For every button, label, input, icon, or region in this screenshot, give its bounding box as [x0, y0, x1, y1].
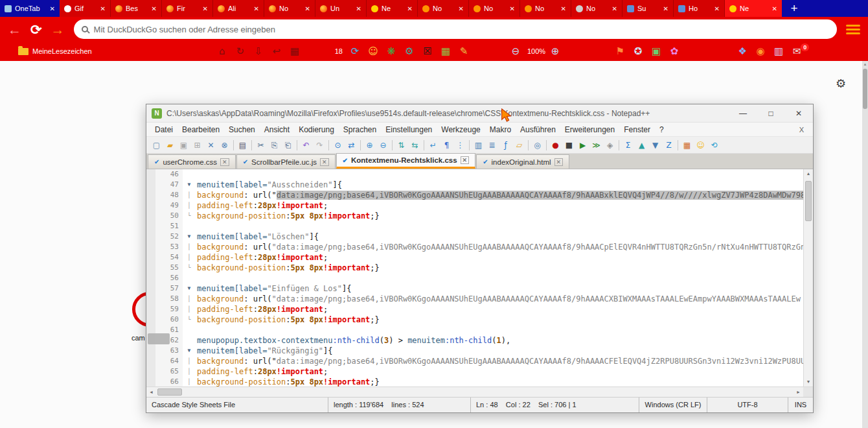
browser-scrollbar[interactable]: ▲: [862, 61, 868, 428]
download-icon[interactable]: ⇩: [251, 42, 266, 60]
document-list-icon[interactable]: ≣: [485, 139, 499, 152]
grid-icon[interactable]: ▦: [288, 42, 302, 60]
play-macro-icon[interactable]: ▶: [576, 139, 589, 152]
pin-icon[interactable]: ❖: [735, 42, 749, 60]
npp-tab[interactable]: ✔Kontextmenu-Rechtsklick.css✕: [336, 153, 476, 169]
folder-as-workspace-icon[interactable]: ▱: [512, 139, 526, 152]
show-all-characters-icon[interactable]: ¶: [440, 139, 453, 152]
tab-close-icon[interactable]: ✕: [220, 158, 229, 166]
rss-icon[interactable]: ◉: [753, 42, 768, 60]
close-all-icon[interactable]: ⊗: [218, 139, 231, 152]
scroll-right-arrow[interactable]: ►: [794, 387, 803, 397]
zoom-out-icon[interactable]: ⊖: [508, 42, 523, 60]
browser-tab[interactable]: No✕: [264, 0, 315, 17]
run-macro-multiple-icon[interactable]: ≫: [589, 139, 603, 152]
scroll-left-arrow[interactable]: ◄: [146, 387, 156, 397]
plugin-grid-icon[interactable]: ▦: [680, 139, 694, 152]
zoom-in-icon[interactable]: ⊕: [548, 42, 562, 60]
settings-gear-icon[interactable]: ⚙: [836, 77, 846, 90]
menu-help[interactable]: ?: [655, 125, 668, 134]
code-area[interactable]: menuitem[label="Ausschneiden"]{backgroun…: [196, 169, 803, 386]
tab-close-icon[interactable]: ✕: [772, 5, 777, 12]
plugin-refresh-icon[interactable]: ⟲: [707, 139, 721, 152]
npp-tab[interactable]: ✔userChrome.css✕: [148, 154, 236, 169]
menu-fenster[interactable]: Fenster: [619, 125, 655, 134]
tab-close-icon[interactable]: ✕: [461, 156, 470, 164]
fold-marker[interactable]: ▼: [183, 283, 196, 294]
maximize-button[interactable]: □: [759, 109, 782, 118]
undo-icon[interactable]: ↩: [269, 42, 284, 60]
notes-icon[interactable]: ✎: [457, 42, 471, 60]
menu-ausführen[interactable]: Ausführen: [516, 125, 560, 134]
palette-icon[interactable]: ✿: [667, 42, 681, 60]
menu-makro[interactable]: Makro: [485, 125, 516, 134]
sync-icon[interactable]: ⟳: [348, 42, 362, 60]
browser-tab[interactable]: No✕: [418, 0, 469, 17]
browser-tab[interactable]: Ali✕: [213, 0, 264, 17]
id-badge-icon[interactable]: ▥: [771, 42, 786, 60]
npp-tab[interactable]: ✔indexOriginal.html✕: [476, 154, 569, 169]
browser-tab[interactable]: No✕: [520, 0, 571, 17]
npp-titlebar[interactable]: N C:\Users\askas\AppData\Roaming\Mozilla…: [146, 104, 813, 123]
stop-macro-icon[interactable]: ■: [562, 139, 576, 152]
tab-close-icon[interactable]: ✕: [152, 5, 157, 12]
menu-sprachen[interactable]: Sprachen: [339, 125, 381, 134]
minimize-button[interactable]: —: [731, 109, 755, 118]
tab-close-icon[interactable]: ✕: [612, 5, 617, 12]
scroll-up-arrow[interactable]: ▲: [862, 61, 868, 66]
copy-icon[interactable]: ⎘: [268, 139, 281, 152]
close-document-icon[interactable]: ✕: [204, 139, 218, 152]
indent-guide-icon[interactable]: ⋮: [453, 139, 467, 152]
fold-marker[interactable]: ▼: [183, 180, 196, 190]
tab-close-icon[interactable]: ✕: [100, 5, 106, 12]
scroll-down-arrow[interactable]: ▼: [804, 377, 813, 386]
tab-close-icon[interactable]: ✕: [320, 158, 329, 166]
flag-icon[interactable]: ⚑: [613, 42, 627, 60]
scrollbar-thumb[interactable]: [863, 69, 867, 109]
menu-button[interactable]: [846, 25, 860, 34]
scrollbar-thumb[interactable]: [805, 181, 812, 221]
save-page-icon[interactable]: ▣: [649, 42, 663, 60]
tab-close-icon[interactable]: ✕: [356, 5, 361, 12]
browser-tab[interactable]: No✕: [469, 0, 520, 17]
redo-icon[interactable]: ↷: [313, 139, 326, 152]
save-macro-icon[interactable]: ◈: [603, 139, 617, 152]
bookmarks-folder-icon[interactable]: [18, 48, 29, 55]
print-icon[interactable]: ▤: [236, 139, 249, 152]
plugin-triangle-up-icon[interactable]: ▲: [635, 139, 648, 152]
tab-close-icon[interactable]: ✕: [561, 5, 566, 12]
menu-suchen[interactable]: Suchen: [224, 125, 260, 134]
replace-icon[interactable]: ⇄: [345, 139, 358, 152]
url-input[interactable]: [94, 25, 829, 34]
save-icon[interactable]: ▣: [177, 139, 190, 152]
fold-marker[interactable]: ▼: [183, 346, 196, 356]
open-file-icon[interactable]: ▰: [163, 139, 177, 152]
tab-close-icon[interactable]: ✕: [510, 5, 515, 12]
menu-ansicht[interactable]: Ansicht: [260, 125, 294, 134]
zoom-in-icon[interactable]: ⊕: [363, 139, 376, 152]
tab-close-icon[interactable]: ✕: [254, 5, 259, 12]
browser-tab[interactable]: Gif✕: [60, 0, 111, 17]
home-icon[interactable]: ⌂: [215, 42, 229, 60]
find-icon[interactable]: ⊙: [331, 139, 345, 152]
url-bar[interactable]: [74, 19, 837, 39]
tree-icon[interactable]: ❋: [384, 42, 398, 60]
browser-tab[interactable]: No✕: [571, 0, 622, 17]
word-wrap-icon[interactable]: ↵: [426, 139, 440, 152]
browser-tab[interactable]: Ho✕: [674, 0, 725, 17]
close-box-icon[interactable]: ☒: [420, 42, 435, 60]
scroll-up-arrow[interactable]: ▲: [804, 169, 813, 178]
browser-tab[interactable]: Fir✕: [162, 0, 213, 17]
editor[interactable]: 4647484950515253545556575859606162636465…: [146, 169, 813, 386]
menu-werkzeuge[interactable]: Werkzeuge: [437, 125, 485, 134]
tab-close-icon[interactable]: ✕: [203, 5, 208, 12]
cut-icon[interactable]: ✂: [254, 139, 268, 152]
function-list-icon[interactable]: ƒ: [499, 139, 512, 152]
plugin-sum-icon[interactable]: Σ: [621, 139, 635, 152]
menu-datei[interactable]: Datei: [150, 125, 177, 134]
undo-icon[interactable]: ↶: [299, 139, 313, 152]
document-map-icon[interactable]: ▥: [472, 139, 485, 152]
forward-button[interactable]: →: [51, 23, 65, 36]
menu-erweiterungen[interactable]: Erweiterungen: [560, 125, 619, 134]
scrollbar-thumb[interactable]: [157, 388, 182, 396]
